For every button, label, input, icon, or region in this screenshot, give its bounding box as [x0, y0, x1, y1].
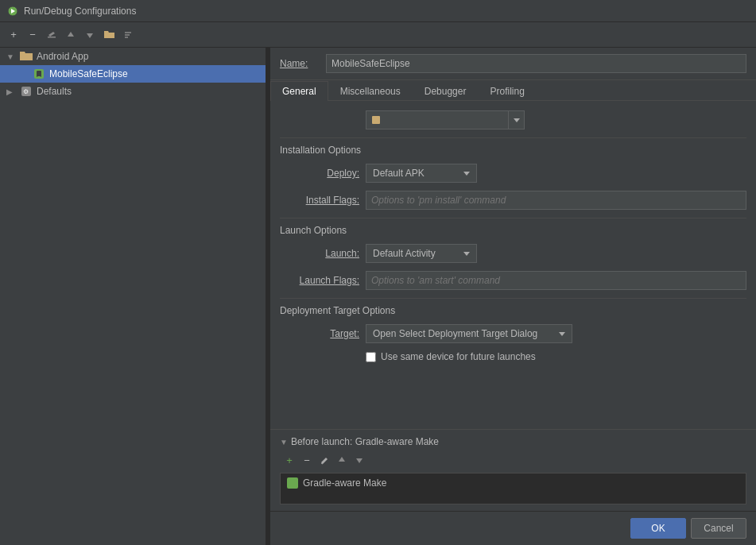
tab-debugger[interactable]: Debugger — [413, 81, 479, 101]
dialog-body: + − ▼ — [0, 22, 756, 545]
before-launch-edit-button[interactable] — [316, 452, 332, 468]
target-dropdown[interactable]: Open Select Deployment Target Dialog — [366, 324, 572, 343]
launch-flags-label: Launch Flags: — [280, 275, 359, 286]
module-row — [280, 110, 746, 129]
right-panel: Name: General Miscellaneous Debugger Pro… — [270, 48, 756, 545]
run-debug-icon — [6, 5, 19, 17]
defaults-icon: ⚙ — [19, 85, 33, 98]
launch-value: Default Activity — [373, 248, 436, 259]
before-launch-list: Gradle-aware Make — [280, 473, 746, 504]
launch-label: Launch: — [280, 248, 359, 259]
add-config-button[interactable]: + — [5, 26, 22, 44]
svg-rect-2 — [48, 37, 56, 38]
svg-marker-17 — [339, 457, 345, 462]
expand-defaults-icon: ▶ — [6, 87, 19, 96]
before-launch-item[interactable]: Gradle-aware Make — [282, 475, 744, 491]
svg-marker-3 — [48, 32, 55, 37]
deploy-dropdown[interactable]: Default APK — [366, 164, 477, 183]
configurations-tree: ▼ Android App MobileS — [0, 48, 266, 545]
expand-spacer — [19, 70, 32, 79]
deploy-value: Default APK — [373, 168, 425, 179]
target-value: Open Select Deployment Target Dialog — [373, 328, 537, 339]
install-flags-input[interactable] — [366, 191, 746, 210]
move-down-button[interactable] — [81, 26, 99, 44]
name-field-label: Name: — [280, 58, 320, 69]
android-app-label: Android App — [37, 51, 88, 62]
mobilesafeeclipse-label: MobileSafeEclipse — [49, 68, 128, 79]
before-launch-up-button[interactable] — [334, 452, 350, 468]
tab-general-content: Installation Options Deploy: Default APK… — [270, 101, 756, 429]
mobile-app-icon — [32, 68, 46, 80]
tree-android-app-group[interactable]: ▼ Android App — [0, 48, 266, 65]
module-dropdown[interactable] — [366, 110, 525, 129]
launch-options-title: Launch Options — [280, 225, 746, 236]
before-launch-title: Before launch: Gradle-aware Make — [291, 436, 439, 447]
target-row: Target: Open Select Deployment Target Di… — [280, 324, 746, 343]
tabs-row: General Miscellaneous Debugger Profiling — [270, 80, 756, 101]
title-bar: Run/Debug Configurations — [0, 0, 756, 22]
launch-flags-input[interactable] — [366, 271, 746, 290]
main-content: ▼ Android App MobileS — [0, 48, 756, 545]
before-launch-add-button[interactable]: + — [281, 452, 297, 468]
svg-rect-14 — [372, 116, 380, 124]
same-device-checkbox[interactable] — [366, 352, 376, 362]
svg-marker-5 — [87, 33, 93, 38]
android-app-folder-icon — [19, 50, 33, 63]
launch-row: Launch: Default Activity — [280, 244, 746, 263]
svg-text:⚙: ⚙ — [23, 88, 29, 95]
sort-button[interactable] — [119, 26, 137, 44]
before-launch-toolbar: + − — [280, 452, 746, 468]
before-launch-down-button[interactable] — [351, 452, 367, 468]
dialog-title: Run/Debug Configurations — [24, 6, 136, 17]
deploy-label: Deploy: — [280, 168, 359, 179]
tab-general[interactable]: General — [270, 81, 328, 101]
launch-flags-row: Launch Flags: — [280, 271, 746, 290]
tab-miscellaneous[interactable]: Miscellaneous — [328, 81, 413, 101]
configurations-toolbar: + − — [0, 22, 756, 48]
name-input[interactable] — [326, 54, 746, 73]
ok-button[interactable]: OK — [630, 518, 686, 539]
deploy-dropdown-wrapper: Default APK — [366, 164, 477, 183]
remove-config-button[interactable]: − — [24, 26, 41, 44]
same-device-row: Use same device for future launches — [280, 351, 746, 362]
before-launch-header: ▼ Before launch: Gradle-aware Make — [280, 436, 746, 447]
installation-options-title: Installation Options — [280, 145, 746, 156]
cancel-button[interactable]: Cancel — [691, 518, 746, 539]
tree-defaults-group[interactable]: ▶ ⚙ Defaults — [0, 83, 266, 100]
defaults-label: Defaults — [37, 86, 72, 97]
launch-dropdown[interactable]: Default Activity — [366, 244, 477, 263]
target-dropdown-wrapper: Open Select Deployment Target Dialog — [366, 324, 572, 343]
deployment-target-title: Deployment Target Options — [280, 305, 746, 316]
tab-profiling[interactable]: Profiling — [478, 81, 536, 101]
svg-marker-18 — [356, 458, 362, 463]
deploy-row: Deploy: Default APK — [280, 164, 746, 183]
expand-android-app-icon: ▼ — [6, 52, 19, 61]
before-launch-expand-icon[interactable]: ▼ — [280, 438, 288, 446]
tree-mobilesafeeclipse[interactable]: MobileSafeEclipse — [0, 65, 266, 83]
before-launch-section: ▼ Before launch: Gradle-aware Make + − — [270, 429, 756, 511]
svg-marker-15 — [321, 458, 328, 464]
svg-rect-10 — [37, 71, 41, 77]
folder-button[interactable] — [100, 26, 118, 44]
svg-rect-11 — [37, 76, 41, 77]
before-launch-remove-button[interactable]: − — [299, 452, 315, 468]
name-row: Name: — [270, 48, 756, 80]
svg-marker-4 — [68, 32, 74, 37]
gradle-icon — [287, 477, 298, 489]
same-device-label: Use same device for future launches — [381, 351, 536, 362]
module-dropdown-caret-icon[interactable] — [508, 111, 524, 129]
launch-dropdown-wrapper: Default Activity — [366, 244, 477, 263]
install-flags-row: Install Flags: — [280, 191, 746, 210]
target-label: Target: — [280, 328, 359, 339]
dialog-footer: OK Cancel — [270, 511, 756, 545]
install-flags-label: Install Flags: — [280, 195, 359, 206]
move-up-button[interactable] — [62, 26, 79, 44]
gradle-aware-make-label: Gradle-aware Make — [303, 477, 386, 489]
edit-config-button[interactable] — [43, 26, 60, 44]
module-dropdown-text — [366, 115, 508, 125]
